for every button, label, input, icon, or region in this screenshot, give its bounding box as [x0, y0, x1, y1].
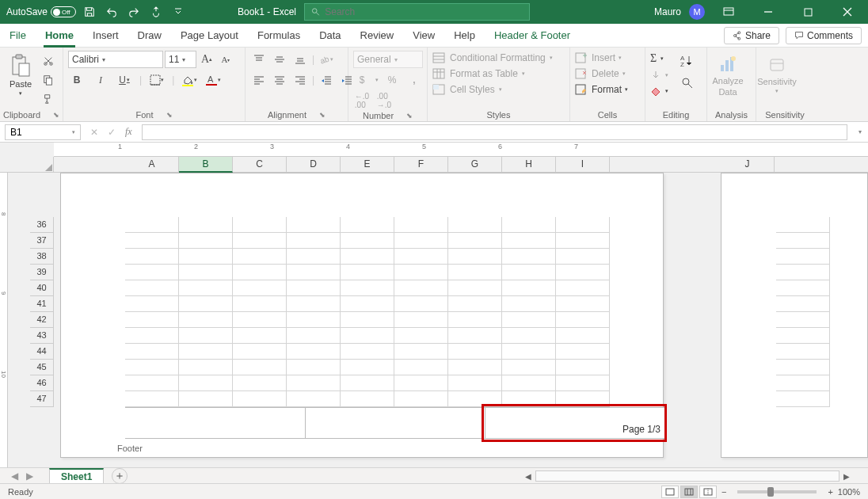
cell[interactable]: [341, 233, 394, 249]
name-box[interactable]: B1▾: [5, 124, 81, 140]
cell[interactable]: [776, 249, 830, 265]
cell[interactable]: [556, 344, 610, 360]
row-header[interactable]: 41: [30, 296, 54, 312]
cell[interactable]: [556, 233, 610, 249]
cell[interactable]: [287, 296, 341, 312]
col-header-a[interactable]: A: [125, 157, 179, 173]
cell[interactable]: [448, 391, 502, 407]
toggle-switch[interactable]: Off: [51, 6, 76, 17]
sheet-nav-prev-icon[interactable]: ◀: [11, 470, 18, 482]
cell[interactable]: [776, 296, 830, 312]
clear-button[interactable]: ▾: [650, 86, 668, 97]
cell[interactable]: [287, 360, 341, 375]
cell[interactable]: [233, 265, 287, 280]
cell[interactable]: [287, 375, 341, 391]
cell[interactable]: [125, 375, 179, 391]
cell[interactable]: [287, 217, 341, 233]
cell[interactable]: [448, 233, 502, 249]
format-as-table-button[interactable]: Format as Table▾: [432, 68, 525, 79]
user-avatar[interactable]: M: [689, 4, 705, 20]
cell[interactable]: [394, 296, 448, 312]
cell[interactable]: [341, 375, 394, 391]
cell[interactable]: [448, 360, 502, 375]
cell[interactable]: [125, 328, 179, 344]
cell[interactable]: [776, 312, 830, 328]
font-name-combo[interactable]: Calibri▾: [68, 51, 163, 68]
cell[interactable]: [502, 375, 556, 391]
cell[interactable]: [502, 249, 556, 265]
format-painter-icon[interactable]: [40, 90, 57, 108]
align-right-icon[interactable]: [291, 71, 309, 89]
cell[interactable]: [287, 280, 341, 296]
cell[interactable]: [394, 360, 448, 375]
row-header[interactable]: 38: [30, 249, 54, 265]
cell[interactable]: [125, 280, 179, 296]
select-all-corner[interactable]: [0, 157, 54, 173]
cell[interactable]: [341, 328, 394, 344]
row-header[interactable]: 39: [30, 265, 54, 280]
cell[interactable]: [179, 312, 233, 328]
cell[interactable]: [776, 375, 830, 391]
cell[interactable]: [341, 249, 394, 265]
formula-input[interactable]: [142, 124, 847, 140]
cell[interactable]: [287, 391, 341, 407]
row-header[interactable]: 37: [30, 233, 54, 249]
normal-view-icon[interactable]: [661, 486, 679, 498]
undo-icon[interactable]: [103, 3, 120, 21]
row-header[interactable]: 40: [30, 280, 54, 296]
cell[interactable]: [776, 233, 830, 249]
cell[interactable]: [125, 249, 179, 265]
indent-decrease-icon[interactable]: [318, 71, 335, 89]
cell[interactable]: [776, 360, 830, 375]
cell[interactable]: [394, 217, 448, 233]
sensitivity-button[interactable]: Sensitivity ▾: [761, 49, 793, 101]
cell[interactable]: [394, 249, 448, 265]
touch-mode-icon[interactable]: [147, 3, 165, 21]
qat-customize-icon[interactable]: [169, 3, 187, 21]
fill-color-icon[interactable]: ▾: [181, 71, 198, 89]
cell[interactable]: [556, 375, 610, 391]
row-header[interactable]: 46: [30, 375, 54, 391]
cell[interactable]: [776, 217, 830, 233]
number-format-combo[interactable]: General▾: [353, 51, 423, 68]
new-sheet-button[interactable]: ＋: [112, 468, 128, 484]
format-cells-button[interactable]: Format▾: [575, 84, 628, 95]
font-color-icon[interactable]: A▾: [204, 71, 222, 89]
bold-button[interactable]: B: [68, 71, 86, 89]
footer-center-section[interactable]: [306, 408, 486, 438]
sort-filter-icon[interactable]: AZ: [679, 52, 696, 70]
ribbon-display-icon[interactable]: [713, 0, 744, 24]
expand-formula-bar-icon[interactable]: ▾: [852, 128, 868, 135]
copy-icon[interactable]: [40, 71, 57, 89]
cell[interactable]: [776, 265, 830, 280]
cell[interactable]: [394, 265, 448, 280]
cell[interactable]: [502, 296, 556, 312]
col-header-i[interactable]: I: [556, 157, 610, 173]
zoom-slider[interactable]: [737, 490, 817, 493]
zoom-in-button[interactable]: +: [828, 487, 832, 497]
horizontal-ruler[interactable]: 1 2 3 4 5 6 7: [54, 143, 868, 157]
share-button[interactable]: Share: [724, 27, 779, 44]
col-header-f[interactable]: F: [394, 157, 448, 173]
cell[interactable]: [556, 296, 610, 312]
cell[interactable]: [233, 391, 287, 407]
cell[interactable]: [233, 375, 287, 391]
minimize-icon[interactable]: [752, 0, 784, 24]
autosave-toggle[interactable]: AutoSave Off: [6, 6, 76, 17]
cell[interactable]: [502, 360, 556, 375]
cell[interactable]: [341, 296, 394, 312]
cell[interactable]: [125, 217, 179, 233]
comma-button[interactable]: ,: [405, 71, 423, 89]
cell[interactable]: [125, 233, 179, 249]
cell[interactable]: [448, 375, 502, 391]
cell[interactable]: [448, 265, 502, 280]
row-header[interactable]: 44: [30, 344, 54, 360]
tab-home[interactable]: Home: [36, 24, 83, 48]
cell[interactable]: [287, 328, 341, 344]
cell[interactable]: [125, 344, 179, 360]
decrease-decimal-icon[interactable]: .00→.0: [375, 92, 393, 109]
page-layout-view-icon[interactable]: [680, 486, 698, 498]
cut-icon[interactable]: [40, 52, 57, 70]
cell[interactable]: [341, 360, 394, 375]
cell[interactable]: [502, 344, 556, 360]
